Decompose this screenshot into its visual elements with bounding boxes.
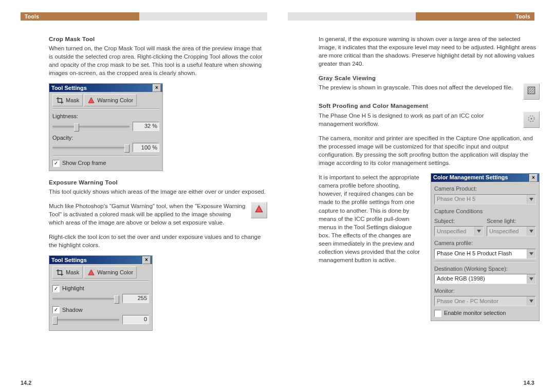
dialog-titlebar[interactable]: Color Management Settings ×	[431, 174, 539, 182]
warning-color-button[interactable]: Warning Color	[84, 266, 137, 278]
para-sp1: The Phase One H 5 is designed to work as…	[319, 111, 518, 128]
camera-product-dropdown[interactable]: Phase One H 5	[434, 194, 536, 204]
page-number-left: 14.2	[21, 380, 267, 387]
capture-conditions-label: Capture Conditions	[434, 208, 536, 215]
mask-button-label: Mask	[66, 269, 79, 276]
header-bar-left: Tools	[21, 12, 267, 21]
opacity-value[interactable]: 100 %	[133, 143, 159, 152]
subject-value: Unspecified	[437, 228, 474, 235]
scene-light-label: Scene light:	[487, 217, 536, 225]
svg-rect-0	[528, 87, 535, 95]
camera-profile-value: Phase One H 5 Product Flash	[437, 250, 527, 257]
para-exp-general: In general, if the exposure warning is s…	[319, 35, 540, 68]
close-icon[interactable]: ×	[142, 256, 151, 264]
chevron-down-icon	[474, 227, 483, 236]
tool-settings-dialog-crop: Tool Settings × Mask	[49, 83, 163, 171]
dialog-title: Tool Settings	[51, 84, 87, 92]
warning-color-button[interactable]: Warning Color	[84, 94, 137, 106]
camera-profile-dropdown[interactable]: Phase One H 5 Product Flash	[434, 249, 536, 259]
destination-value: Adobe RGB (1998)	[437, 275, 527, 283]
heading-soft-proofing: Soft Proofing and Color Management	[319, 102, 540, 110]
warning-triangle-icon	[87, 97, 95, 104]
warning-color-label: Warning Color	[97, 97, 133, 104]
soft-proof-tool-button[interactable]	[523, 111, 540, 128]
warning-color-label: Warning Color	[97, 269, 133, 276]
para-exp2: Much like Photoshop's "Gamut Warning" to…	[49, 202, 246, 227]
warning-triangle-icon	[254, 204, 264, 216]
chevron-down-icon	[527, 227, 535, 236]
show-crop-frame-label: Show Crop frame	[62, 159, 106, 167]
scene-light-value: Unspecified	[489, 228, 527, 235]
destination-dropdown[interactable]: Adobe RGB (1998)	[434, 274, 536, 284]
mask-button[interactable]: Mask	[52, 266, 83, 278]
highlight-checkbox[interactable]: ✓	[52, 285, 60, 292]
heading-exposure-warning: Exposure Warning Tool	[49, 178, 267, 186]
monitor-value: Phase One - PC Monitor	[437, 297, 527, 305]
opacity-slider[interactable]	[52, 143, 130, 152]
tool-settings-dialog-exposure: Tool Settings × Mask	[49, 255, 153, 331]
destination-label: Destination (Working Space):	[434, 265, 536, 273]
camera-profile-label: Camera profile:	[434, 239, 536, 247]
page-number-right: 14.3	[288, 380, 534, 387]
warning-triangle-icon	[87, 269, 95, 276]
enable-monitor-checkbox[interactable]	[434, 310, 441, 317]
dialog-title: Tool Settings	[51, 256, 87, 264]
header-label-right: Tools	[416, 12, 534, 21]
para-sp2: The camera, monitor and printer are spec…	[319, 134, 540, 167]
mask-button-label: Mask	[66, 97, 79, 104]
soft-proof-icon	[527, 114, 536, 125]
monitor-dropdown[interactable]: Phase One - PC Monitor	[434, 296, 536, 306]
shadow-label: Shadow	[62, 306, 83, 314]
highlight-label: Highlight	[62, 285, 84, 292]
header-gray	[139, 12, 267, 21]
para-gray: The preview is shown in grayscale. This …	[319, 83, 518, 91]
heading-crop-mask: Crop Mask Tool	[49, 35, 267, 43]
grayscale-icon	[527, 86, 536, 97]
highlight-slider[interactable]	[52, 294, 119, 303]
enable-monitor-label: Enable monitor selection	[444, 309, 506, 317]
para-sp3: It is important to select the appropriat…	[319, 173, 421, 264]
chevron-down-icon	[527, 249, 535, 258]
crop-icon	[56, 97, 64, 104]
shadow-value[interactable]: 0	[122, 315, 149, 324]
para-exp3: Right-click the tool icon to set the ove…	[49, 233, 267, 249]
color-management-settings-dialog: Color Management Settings × Camera Produ…	[431, 173, 540, 321]
lightness-slider[interactable]	[52, 122, 130, 131]
dialog-titlebar[interactable]: Tool Settings ×	[49, 84, 162, 92]
crop-icon	[56, 269, 64, 276]
chevron-down-icon	[527, 274, 535, 284]
dialog-title: Color Management Settings	[433, 174, 508, 181]
camera-product-value: Phase One H 5	[437, 195, 527, 203]
scene-light-dropdown[interactable]: Unspecified	[487, 226, 536, 236]
subject-dropdown[interactable]: Unspecified	[434, 226, 484, 236]
close-icon[interactable]: ×	[153, 84, 161, 92]
lightness-label: Lightness:	[52, 113, 159, 120]
lightness-value[interactable]: 32 %	[133, 122, 159, 131]
camera-product-label: Camera Product:	[434, 185, 536, 193]
para-exp1: This tool quickly shows which areas of t…	[49, 188, 267, 196]
mask-button[interactable]: Mask	[52, 94, 83, 106]
header-bar-right: Tools	[288, 12, 534, 21]
close-icon[interactable]: ×	[529, 174, 538, 182]
grayscale-tool-button[interactable]	[523, 83, 540, 100]
highlight-value[interactable]: 255	[122, 294, 149, 303]
show-crop-frame-checkbox[interactable]: ✓	[52, 160, 60, 167]
chevron-down-icon	[527, 296, 535, 306]
shadow-checkbox[interactable]: ✓	[52, 306, 60, 313]
opacity-label: Opacity:	[52, 134, 159, 142]
header-gray	[288, 12, 416, 21]
chevron-down-icon	[527, 195, 535, 204]
monitor-label: Monitor:	[434, 287, 536, 295]
svg-point-2	[530, 118, 532, 119]
dialog-titlebar[interactable]: Tool Settings ×	[49, 256, 152, 264]
para-crop-mask: When turned on, the Crop Mask Tool will …	[49, 44, 267, 77]
heading-grayscale: Gray Scale Viewing	[319, 74, 540, 82]
header-label-left: Tools	[21, 12, 139, 21]
shadow-slider[interactable]	[52, 315, 119, 324]
subject-label: Subject:	[434, 217, 484, 225]
exposure-warning-tool-button[interactable]	[251, 202, 267, 218]
